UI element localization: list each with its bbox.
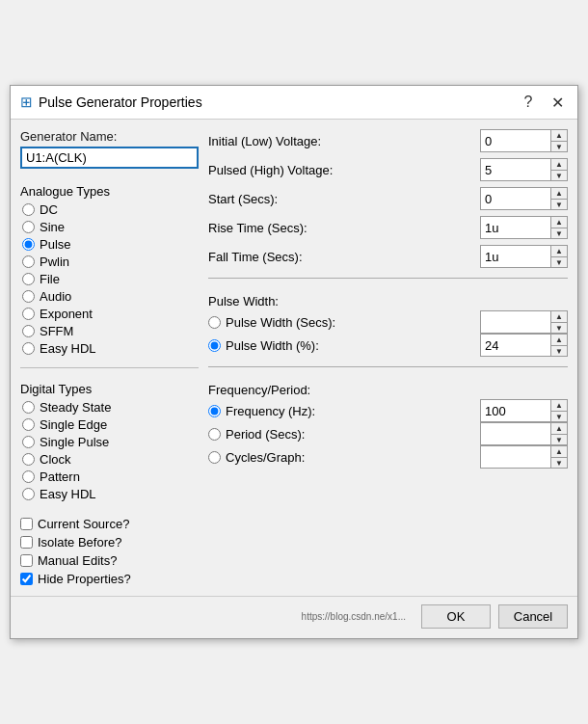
help-button[interactable]: ? (518, 92, 539, 113)
rise-time-spinbtns: ▲ ▼ (550, 217, 567, 238)
start-secs-input[interactable] (481, 188, 550, 209)
analogue-SFFM[interactable]: SFFM (22, 324, 199, 338)
pulse-width-secs-down[interactable]: ▼ (551, 322, 567, 333)
frequency-hz-down[interactable]: ▼ (551, 411, 567, 421)
freq-period-title: Frequency/Period: (208, 383, 568, 397)
pulsed-high-voltage-down[interactable]: ▼ (551, 170, 567, 180)
frequency-hz-spin: ▲ ▼ (480, 399, 568, 422)
pulse-width-pct-label[interactable]: Pulse Width (%): (208, 338, 472, 353)
fall-time-down[interactable]: ▼ (551, 256, 567, 267)
right-panel: Initial (Low) Voltage: ▲ ▼ Pulsed (High)… (208, 129, 568, 586)
freq-period-section: Frequency/Period: Frequency (Hz): ▲ ▼ (208, 377, 568, 469)
cycles-graph-label[interactable]: Cycles/Graph: (208, 450, 472, 465)
analogue-EasyHDL[interactable]: Easy HDL (22, 341, 199, 356)
cycles-graph-down[interactable]: ▼ (551, 457, 567, 468)
analogue-Audio[interactable]: Audio (22, 289, 199, 304)
analogue-Exponent[interactable]: Exponent (22, 307, 199, 321)
period-secs-up[interactable]: ▲ (551, 423, 567, 434)
cycles-graph-up[interactable]: ▲ (551, 446, 567, 457)
period-secs-row: Period (Secs): ▲ ▼ (208, 422, 568, 445)
period-secs-spin: ▲ ▼ (480, 422, 568, 445)
period-secs-label[interactable]: Period (Secs): (208, 427, 472, 442)
rise-time-input[interactable] (481, 217, 550, 238)
digital-SinglePulse[interactable]: Single Pulse (22, 435, 199, 449)
analogue-Pwlin[interactable]: Pwlin (22, 255, 199, 269)
checkbox-hide-properties[interactable]: Hide Properties? (20, 572, 199, 586)
initial-low-voltage-up[interactable]: ▲ (551, 130, 567, 141)
pulse-width-secs-radio[interactable] (208, 316, 221, 329)
frequency-hz-input[interactable] (481, 400, 550, 421)
checkbox-group: Current Source? Isolate Before? Manual E… (20, 517, 199, 586)
cycles-graph-radio[interactable] (208, 451, 221, 464)
analogue-section: Analogue Types DC Sine Pulse Pwlin File … (20, 180, 199, 356)
checkbox-current-source[interactable]: Current Source? (20, 517, 199, 531)
analogue-Pulse[interactable]: Pulse (22, 237, 199, 252)
pulsed-high-voltage-spin: ▲ ▼ (480, 158, 568, 181)
title-bar-left: ⊞ Pulse Generator Properties (20, 94, 202, 111)
dialog-icon: ⊞ (20, 94, 33, 111)
pulsed-high-voltage-input[interactable] (481, 159, 550, 180)
start-secs-down[interactable]: ▼ (551, 199, 567, 209)
pulse-width-pct-radio[interactable] (208, 339, 221, 352)
fall-time-row: Fall Time (Secs): ▲ ▼ (208, 245, 568, 268)
footer-url: https://blog.csdn.ne/x1... (20, 611, 406, 622)
pulse-width-secs-input[interactable] (481, 311, 550, 333)
pulsed-high-voltage-up[interactable]: ▲ (551, 159, 567, 170)
fall-time-input[interactable] (481, 246, 550, 267)
checkbox-isolate-before[interactable]: Isolate Before? (20, 535, 199, 550)
pulse-width-pct-up[interactable]: ▲ (551, 335, 567, 345)
pulse-width-pct-row: Pulse Width (%): ▲ ▼ (208, 334, 568, 357)
analogue-digital-divider (20, 367, 199, 368)
frequency-hz-up[interactable]: ▲ (551, 400, 567, 411)
cycles-graph-spinbtns: ▲ ▼ (550, 446, 567, 468)
digital-section: Digital Types Steady State Single Edge S… (20, 378, 199, 501)
digital-Pattern[interactable]: Pattern (22, 469, 199, 484)
cancel-button[interactable]: Cancel (498, 604, 568, 629)
ok-button[interactable]: OK (421, 604, 491, 629)
pulse-width-pct-input[interactable] (481, 335, 550, 356)
pulse-width-secs-spin: ▲ ▼ (480, 310, 568, 334)
analogue-DC[interactable]: DC (22, 202, 199, 217)
pulse-width-pct-down[interactable]: ▼ (551, 345, 567, 356)
digital-Clock[interactable]: Clock (22, 452, 199, 467)
pulse-width-secs-row: Pulse Width (Secs): ▲ ▼ (208, 310, 568, 334)
analogue-title: Analogue Types (20, 184, 199, 199)
start-secs-label: Start (Secs): (208, 192, 472, 206)
checkbox-manual-edits[interactable]: Manual Edits? (20, 553, 199, 568)
analogue-Sine[interactable]: Sine (22, 220, 199, 234)
initial-low-voltage-spin: ▲ ▼ (480, 129, 568, 152)
period-secs-radio[interactable] (208, 428, 221, 441)
initial-low-voltage-input[interactable] (481, 130, 550, 151)
generator-name-group: Generator Name: (20, 129, 199, 169)
pulse-width-title: Pulse Width: (208, 294, 568, 308)
period-secs-down[interactable]: ▼ (551, 434, 567, 444)
generator-name-input[interactable] (20, 147, 199, 169)
frequency-hz-radio[interactable] (208, 405, 221, 417)
frequency-hz-label[interactable]: Frequency (Hz): (208, 404, 472, 418)
digital-title: Digital Types (20, 382, 199, 396)
period-secs-input[interactable] (481, 423, 550, 444)
rise-time-row: Rise Time (Secs): ▲ ▼ (208, 216, 568, 239)
initial-low-voltage-down[interactable]: ▼ (551, 141, 567, 151)
cycles-graph-input[interactable] (481, 446, 550, 468)
pulse-width-pct-spinbtns: ▲ ▼ (550, 335, 567, 356)
pulse-width-secs-spinbtns: ▲ ▼ (550, 311, 567, 333)
cycles-graph-row: Cycles/Graph: ▲ ▼ (208, 445, 568, 469)
generator-name-label: Generator Name: (20, 129, 199, 144)
digital-EasyHDL[interactable]: Easy HDL (22, 487, 199, 501)
analogue-radio-group: DC Sine Pulse Pwlin File Audio Exponent … (20, 202, 199, 356)
pulse-width-secs-up[interactable]: ▲ (551, 311, 567, 322)
rise-time-down[interactable]: ▼ (551, 228, 567, 238)
pulse-width-secs-label[interactable]: Pulse Width (Secs): (208, 315, 472, 330)
title-bar: ⊞ Pulse Generator Properties ? ✕ (11, 86, 577, 120)
digital-SteadyState[interactable]: Steady State (22, 400, 199, 415)
rise-time-up[interactable]: ▲ (551, 217, 567, 228)
start-secs-up[interactable]: ▲ (551, 188, 567, 199)
close-button[interactable]: ✕ (547, 92, 568, 113)
analogue-File[interactable]: File (22, 272, 199, 286)
fall-time-up[interactable]: ▲ (551, 246, 567, 256)
digital-SingleEdge[interactable]: Single Edge (22, 417, 199, 432)
cycles-graph-spin: ▲ ▼ (480, 445, 568, 469)
fall-time-spin: ▲ ▼ (480, 245, 568, 268)
divider-1 (208, 278, 568, 279)
